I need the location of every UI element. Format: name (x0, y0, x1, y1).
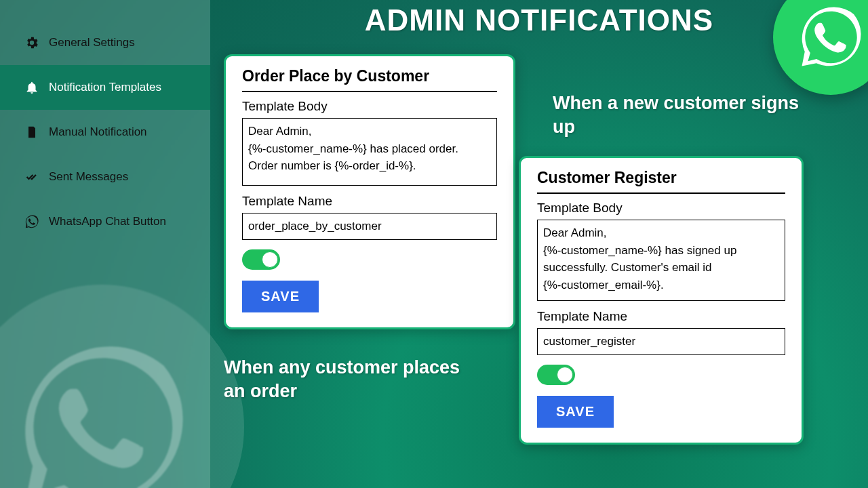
caption-customer-register: When a new customer signs up (553, 92, 810, 139)
template-body-input[interactable] (537, 220, 785, 301)
sidebar-item-label: Sent Messages (49, 170, 128, 184)
double-check-icon (24, 169, 39, 184)
document-icon (24, 125, 39, 140)
caption-order-place: When any customer places an order (224, 356, 481, 403)
enable-toggle[interactable] (537, 365, 575, 385)
sidebar-item-manual-notification[interactable]: Manual Notification (0, 110, 210, 155)
page-title: ADMIN NOTIFICATIONS (224, 3, 854, 37)
card-order-place: Order Place by Customer Template Body Te… (224, 54, 515, 329)
card-customer-register: Customer Register Template Body Template… (519, 156, 804, 445)
sidebar-item-whatsapp-chat-button[interactable]: WhatsApp Chat Button (0, 199, 210, 244)
template-name-input[interactable] (537, 328, 785, 355)
save-button[interactable]: SAVE (537, 396, 614, 428)
sidebar: General Settings Notification Templates … (0, 0, 210, 488)
template-body-label: Template Body (242, 99, 497, 114)
template-body-label: Template Body (537, 201, 785, 216)
gear-icon (24, 35, 39, 50)
whatsapp-icon (24, 214, 39, 229)
card-title: Order Place by Customer (242, 67, 497, 92)
enable-toggle[interactable] (242, 249, 280, 270)
template-name-input[interactable] (242, 213, 497, 240)
sidebar-item-label: Notification Templates (49, 81, 161, 94)
sidebar-item-general-settings[interactable]: General Settings (0, 20, 210, 65)
sidebar-item-sent-messages[interactable]: Sent Messages (0, 155, 210, 199)
card-title: Customer Register (537, 169, 785, 194)
template-name-label: Template Name (242, 194, 497, 209)
template-name-label: Template Name (537, 309, 785, 324)
template-body-input[interactable] (242, 118, 497, 186)
sidebar-item-label: Manual Notification (49, 125, 147, 139)
sidebar-item-label: WhatsApp Chat Button (49, 215, 166, 228)
bell-icon (24, 80, 39, 95)
main-content: ADMIN NOTIFICATIONS When a new customer … (210, 0, 868, 488)
sidebar-item-notification-templates[interactable]: Notification Templates (0, 65, 210, 110)
save-button[interactable]: SAVE (242, 281, 319, 312)
sidebar-item-label: General Settings (49, 36, 135, 49)
